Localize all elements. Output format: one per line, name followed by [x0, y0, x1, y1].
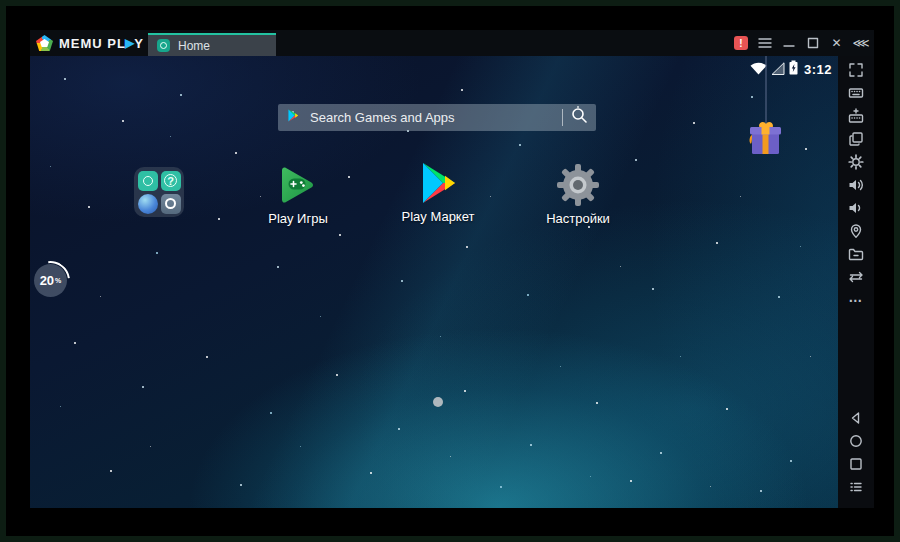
play-market-icon	[415, 160, 461, 206]
settings-gear-sidebar-icon[interactable]	[845, 154, 867, 170]
google-play-icon	[286, 108, 300, 127]
home-button-icon[interactable]	[845, 433, 867, 449]
multi-instance-icon[interactable]	[845, 131, 867, 147]
emulator-sidebar: ⋯	[838, 56, 874, 508]
page-indicator-dot	[433, 397, 443, 407]
tab-home[interactable]: Home	[148, 33, 276, 56]
play-games-icon	[275, 162, 321, 208]
memu-play-logo: MEMU PL▶Y	[36, 33, 144, 53]
home-tab-label: Home	[178, 39, 210, 53]
volume-down-icon[interactable]	[845, 200, 867, 216]
app-folder[interactable]: ?	[134, 167, 184, 217]
loading-progress-badge[interactable]: 20%	[34, 264, 67, 297]
settings-gear-icon	[555, 162, 601, 208]
gift-box-icon[interactable]	[746, 56, 784, 164]
window-titlebar: MEMU PL▶Y Home ! ✕ ⋘	[30, 30, 874, 56]
app-label: Play Игры	[268, 211, 328, 226]
back-button-icon[interactable]	[845, 410, 867, 426]
folder-mini-question-app-icon: ?	[161, 171, 181, 191]
folder-mini-browser-icon	[138, 194, 158, 214]
progress-unit: %	[55, 277, 61, 284]
search-input[interactable]	[310, 110, 554, 125]
progress-value: 20	[40, 273, 54, 288]
search-icon[interactable]	[571, 107, 588, 128]
app-play-games[interactable]: Play Игры	[252, 162, 344, 226]
logo-text-main: MEMU PL	[59, 36, 126, 51]
battery-charging-icon	[789, 60, 798, 79]
clock-text: 3:12	[804, 62, 832, 77]
memu-logo-text: MEMU PL▶Y	[59, 36, 144, 51]
memu-pentagon-icon	[36, 35, 53, 51]
notification-badge-icon[interactable]: !	[734, 36, 748, 50]
folder-mini-camera-icon	[161, 194, 181, 214]
volume-up-icon[interactable]	[845, 177, 867, 193]
app-play-market[interactable]: Play Маркет	[392, 160, 484, 224]
keyboard-icon[interactable]	[845, 85, 867, 101]
recents-button-icon[interactable]	[845, 456, 867, 472]
fullscreen-icon[interactable]	[845, 62, 867, 78]
task-list-icon[interactable]	[845, 479, 867, 495]
logo-text-end: Y	[134, 36, 144, 51]
android-nav-buttons	[838, 410, 874, 502]
shared-folder-icon[interactable]	[845, 246, 867, 262]
folder-mini-help-app-icon	[138, 171, 158, 191]
sync-rotate-icon[interactable]	[845, 269, 867, 285]
collapse-sidebar-icon[interactable]: ⋘	[853, 36, 868, 51]
menu-icon[interactable]	[757, 36, 772, 51]
search-divider	[562, 109, 563, 126]
window-controls: ! ✕ ⋘	[734, 30, 872, 56]
app-window: MEMU PL▶Y Home ! ✕ ⋘	[0, 0, 900, 542]
close-button[interactable]: ✕	[829, 36, 844, 51]
location-icon[interactable]	[845, 223, 867, 239]
minimize-button[interactable]	[781, 36, 796, 51]
starfield-small	[30, 56, 31, 57]
app-label: Настройки	[546, 211, 610, 226]
android-home-screen: 3:12	[30, 56, 838, 508]
app-settings[interactable]: Настройки	[532, 162, 624, 226]
more-options-icon[interactable]: ⋯	[845, 292, 867, 308]
search-bar[interactable]	[278, 104, 596, 131]
home-tab-icon	[157, 39, 170, 52]
keymapping-icon[interactable]	[845, 108, 867, 124]
app-label: Play Маркет	[402, 209, 475, 224]
maximize-button[interactable]	[805, 36, 820, 51]
